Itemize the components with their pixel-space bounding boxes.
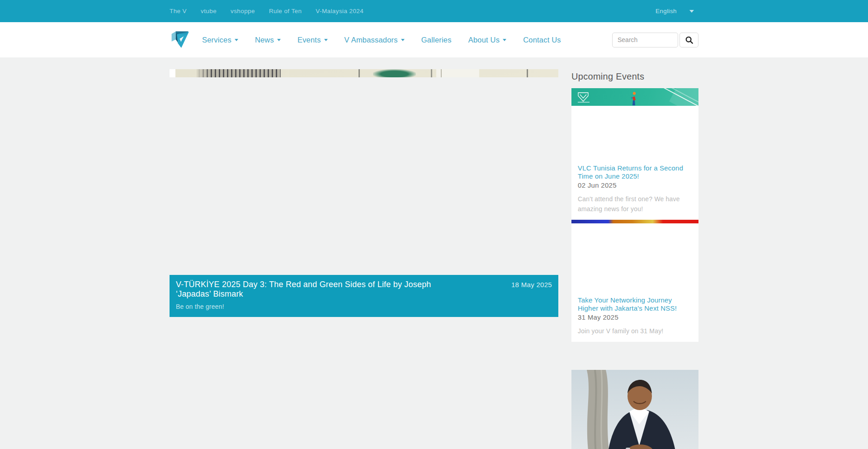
menu-label: V Ambassadors	[344, 36, 398, 44]
event-thumbnail[interactable]	[571, 88, 698, 163]
article-banner[interactable]: V-TÜRKİYE 2025 Day 3: The Red and Green …	[170, 275, 558, 317]
search-input[interactable]	[612, 33, 678, 47]
v-logo[interactable]	[170, 29, 190, 51]
menu-label: Galleries	[421, 36, 452, 44]
menu-contact-us[interactable]: Contact Us	[523, 36, 561, 44]
event-thumbnail[interactable]	[571, 220, 698, 295]
language-selector[interactable]: English	[656, 8, 698, 14]
event-date: 31 May 2025	[578, 313, 692, 321]
event-title-link[interactable]: VLC Tunisia Returns for a Second Time on…	[578, 164, 692, 180]
language-label: English	[656, 8, 677, 14]
menu-about-us[interactable]: About Us	[468, 36, 506, 44]
v-outline-logo-icon	[577, 91, 589, 102]
badminton-player-figure	[627, 92, 640, 106]
chevron-down-icon	[689, 10, 694, 13]
top-utility-bar: The V vtube vshoppe Rule of Ten V-Malays…	[0, 0, 868, 22]
search-button[interactable]	[679, 33, 698, 47]
event-description: Can't attend the first one? We have amaz…	[578, 194, 692, 214]
chevron-down-icon	[401, 39, 405, 41]
menu-label: Events	[297, 36, 321, 44]
event-item: Take Your Networking Journey Higher with…	[571, 295, 698, 342]
speaker-photo	[571, 370, 698, 449]
menu-label: Services	[202, 36, 231, 44]
article-subtitle: Be on the green!	[176, 303, 552, 310]
chevron-down-icon	[277, 39, 281, 41]
event-title-link[interactable]: Take Your Networking Journey Higher with…	[578, 296, 692, 312]
main-menu: Services News Events V Ambassadors Galle…	[202, 36, 561, 44]
menu-services[interactable]: Services	[202, 36, 238, 44]
menu-label: About Us	[468, 36, 500, 44]
menu-label: News	[255, 36, 274, 44]
page-content: V-TÜRKİYE 2025 Day 3: The Red and Green …	[0, 69, 868, 449]
chevron-down-icon	[503, 39, 506, 41]
event-description: Join your V family on 31 May!	[578, 326, 692, 336]
link-vtube[interactable]: vtube	[201, 8, 217, 14]
menu-events[interactable]: Events	[297, 36, 328, 44]
featured-article-card[interactable]: V-TÜRKİYE 2025 Day 3: The Red and Green …	[170, 69, 558, 317]
upcoming-events-list: VLC Tunisia Returns for a Second Time on…	[571, 88, 698, 342]
article-title[interactable]: V-TÜRKİYE 2025 Day 3: The Red and Green …	[176, 280, 467, 299]
link-vshoppe[interactable]: vshoppe	[231, 8, 255, 14]
menu-label: Contact Us	[523, 36, 561, 44]
article-image-unloaded-area	[170, 77, 558, 275]
chevron-down-icon	[324, 39, 328, 41]
sidebar: Upcoming Events	[571, 69, 698, 449]
menu-news[interactable]: News	[255, 36, 281, 44]
chevron-down-icon	[235, 39, 238, 41]
promo-photo-card[interactable]	[571, 370, 698, 449]
menu-v-ambassadors[interactable]: V Ambassadors	[344, 36, 405, 44]
utility-links: The V vtube vshoppe Rule of Ten V-Malays…	[170, 8, 363, 14]
event-item: VLC Tunisia Returns for a Second Time on…	[571, 163, 698, 220]
menu-galleries[interactable]: Galleries	[421, 36, 452, 44]
link-rule-of-ten[interactable]: Rule of Ten	[269, 8, 302, 14]
search-icon	[685, 36, 693, 44]
link-the-v[interactable]: The V	[170, 8, 187, 14]
upcoming-events-heading: Upcoming Events	[571, 71, 698, 82]
link-v-malaysia-2024[interactable]: V-Malaysia 2024	[316, 8, 363, 14]
event-date: 02 Jun 2025	[578, 181, 692, 189]
article-hero-image	[170, 69, 558, 77]
article-date: 18 May 2025	[511, 281, 552, 288]
search-area	[612, 33, 698, 47]
main-navbar: Services News Events V Ambassadors Galle…	[0, 22, 868, 57]
